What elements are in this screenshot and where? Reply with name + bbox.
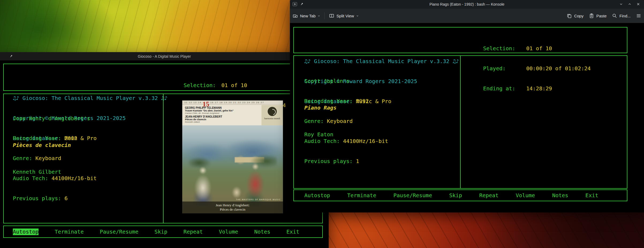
recording-year-value: 2002 [65,135,77,141]
recording-year-row: Recording Year: 2002 [13,135,97,142]
ruler-left: 11 12 13 14 [184,101,202,104]
copy-button[interactable]: Copy [564,11,586,21]
track-info-pane: Scott Joplin's Piano Rags Roy Eaton Reco… [294,56,461,188]
status-box: ♫♪ Giocoso: The Classical Music Player v… [3,64,323,91]
menu-item-exit[interactable]: Exit [286,228,299,235]
selection-value: 01 of 10 [221,82,247,88]
paste-button[interactable]: Paste [586,11,609,21]
album-ruler: 11 12 13 141516 17 18 19 20 21 22 23 24 … [182,100,283,105]
album-work2-composer: JEAN-HENRY D'ANGLEBERT [185,115,262,118]
composer: Scott Joplin's [304,78,460,84]
menu-item-volume[interactable]: Volume [219,228,238,235]
menu-item-notes[interactable]: Notes [552,192,568,199]
desktop: Giocoso - A Digital Music Player ♫♪ Gioc… [0,0,644,248]
new-tab-label: New Tab [300,14,316,18]
audio-tech-label: Audio Tech: [13,175,52,181]
menu-item-pause-resume[interactable]: Pause/Resume [393,192,432,199]
metadata-block: Recording Year: 2002 Genre: Keyboard Aud… [13,122,97,215]
giocoso-window: Giocoso - A Digital Music Player ♫♪ Gioc… [0,52,329,248]
konsole-titlebar[interactable]: > Piano Rags (Eaton - 1992) : bash — Kon… [290,0,644,8]
composer: Jean Henry d'Anglebert's [13,115,163,122]
menu-item-terminate[interactable]: Terminate [55,228,84,235]
metadata-block: Recording Year: 1992 Genre: Keyboard Aud… [304,84,388,178]
hamburger-menu-icon[interactable] [633,11,644,21]
now-playing-box: Scott Joplin's Piano Rags Roy Eaton Reco… [293,55,627,189]
menu-item-repeat[interactable]: Repeat [183,228,203,235]
menu-item-terminate[interactable]: Terminate [347,192,376,199]
painting-figure-child [230,183,244,200]
menu-item-volume[interactable]: Volume [516,192,535,199]
audio-tech-label: Audio Tech: [304,138,343,144]
label-name: harmonia mundi [264,117,281,120]
harmonia-mundi-logo: harmonia mundi [262,105,283,125]
command-menu: Autostop Terminate Pause/Resume Skip Rep… [293,189,627,201]
command-menu: Autostop Terminate Pause/Resume Skip Rep… [3,226,323,238]
audio-tech-value: 44100Hz/16-bit [343,138,388,144]
genre-value: Keyboard [327,118,353,124]
menu-item-autostop[interactable]: Autostop [13,228,39,235]
toolbar-separator [324,12,325,19]
selection-row: Selection:01 of 10 [184,82,286,89]
giocoso-titlebar[interactable]: Giocoso - A Digital Music Player [0,52,329,60]
giocoso-terminal[interactable]: ♫♪ Giocoso: The Classical Music Player v… [0,60,329,248]
menu-item-autostop[interactable]: Autostop [304,192,330,199]
label-logo-icon [268,107,277,116]
konsole-toolbar: New Tab Split View Copy Paste Find... [290,8,644,23]
recording-year-value: 1992 [356,98,369,104]
audio-tech-row: Audio Tech: 44100Hz/16-bit [304,138,388,145]
menu-item-skip[interactable]: Skip [154,228,167,235]
album-work1-title: Trauer-Kantate "Du aber, Daniel, gehe hi… [185,109,262,112]
menu-item-skip[interactable]: Skip [449,192,462,199]
copy-label: Copy [574,14,584,18]
minimize-button[interactable] [617,1,625,8]
menu-item-repeat[interactable]: Repeat [479,192,498,199]
previous-plays-row: Previous plays: 6 [13,195,97,202]
album-work1-composer: GEORG PHILIPP TELEMANN [185,106,262,109]
recording-year-label: Recording Year: [13,135,65,141]
album-art: 11 12 13 141516 17 18 19 20 21 22 23 24 … [182,100,283,213]
previous-plays-value: 6 [65,195,68,201]
window-title: Giocoso - A Digital Music Player [0,54,329,59]
ruler-right: 16 17 18 19 20 21 22 23 24 25 26 27 [210,101,264,104]
genre-row: Genre: Keyboard [304,118,388,125]
menu-item-exit[interactable]: Exit [585,192,598,199]
selection-row: Selection:01 of 10 [483,45,591,52]
menu-item-notes[interactable]: Notes [254,228,270,235]
audio-tech-row: Audio Tech: 44100Hz/16-bit [13,175,97,182]
selection-label: Selection: [184,82,221,89]
album-art-pane [461,56,627,188]
pin-icon[interactable] [9,54,13,58]
album-work2-performer: Kenneth Gilbert [185,121,262,123]
status-box: ♫♪ Giocoso: The Classical Music Player v… [293,27,627,53]
pin-icon[interactable] [300,2,304,6]
album-caption-line2: Pièces de clavecin [220,207,245,212]
maximize-button[interactable] [625,1,634,8]
genre-label: Genre: [13,155,35,161]
menu-item-pause-resume[interactable]: Pause/Resume [100,228,139,235]
album-work2-title: Pièces de clavecin [185,118,262,121]
recording-year-label: Recording Year: [304,98,356,104]
split-view-button[interactable]: Split View [326,11,361,21]
selection-label: Selection: [483,45,526,52]
audio-tech-value: 44100Hz/16-bit [52,175,97,181]
genre-value: Keyboard [35,155,61,161]
album-caption-line1: Jean Henry d'Anglebert: [216,203,250,207]
album-caption: Jean Henry d'Anglebert: Pièces de clavec… [182,201,283,213]
genre-row: Genre: Keyboard [13,155,97,162]
konsole-app-icon: > [293,2,297,6]
paste-label: Paste [596,14,607,18]
konsole-window: > Piano Rags (Eaton - 1992) : bash — Kon… [290,0,644,212]
close-button[interactable] [634,1,642,8]
konsole-terminal[interactable]: ♫♪ Giocoso: The Classical Music Player v… [290,23,644,212]
split-view-label: Split View [336,14,354,18]
previous-plays-label: Previous plays: [304,158,356,164]
album-work1-performer: Cantus Cölln, dir. Konrad Junghänel [185,112,262,114]
track-info-pane: Jean Henry d'Anglebert's Pièces de clave… [4,94,164,223]
new-tab-button[interactable]: New Tab [290,11,323,21]
recording-year-row: Recording Year: 1992 [304,98,388,104]
find-label: Find... [619,14,631,18]
previous-plays-label: Previous plays: [13,195,65,201]
painting-figure-left [191,166,214,206]
find-button[interactable]: Find... [609,11,633,21]
genre-label: Genre: [304,118,327,124]
